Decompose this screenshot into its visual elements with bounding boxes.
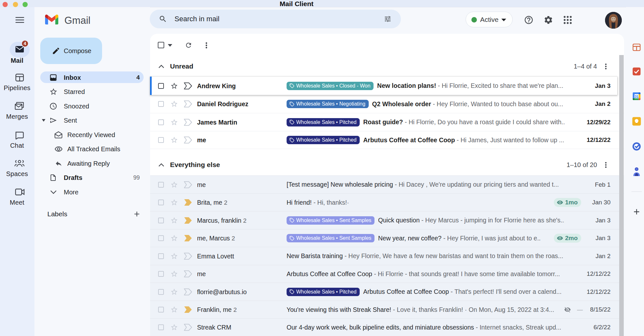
svg-text:31: 31	[635, 95, 639, 98]
